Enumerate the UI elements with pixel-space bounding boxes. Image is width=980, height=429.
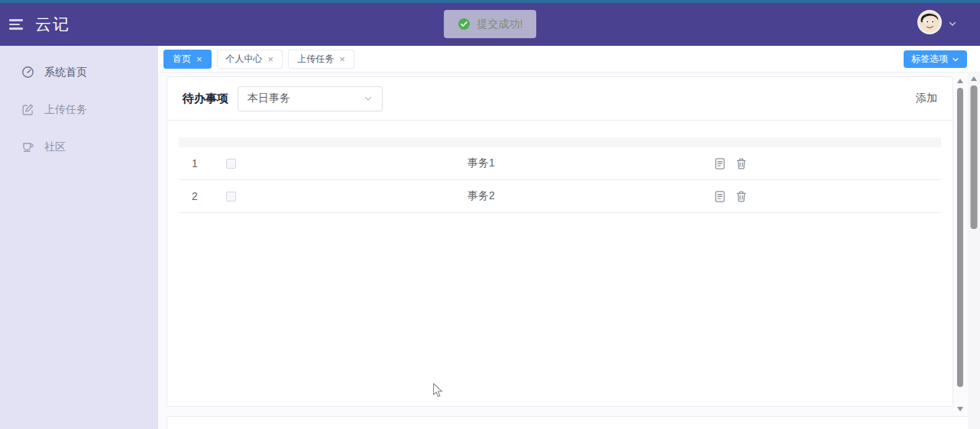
- app-title: 云记: [35, 14, 70, 35]
- select-value: 本日事务: [247, 92, 290, 105]
- avatar[interactable]: [917, 10, 942, 34]
- row-task-name: 事务1: [251, 156, 712, 170]
- main-area: 首页 × 个人中心 × 上传任务 × 标签选项 待办事项 本日事务: [158, 46, 980, 429]
- tab-label: 上传任务: [297, 53, 334, 66]
- sidebar-item-community[interactable]: 社区: [0, 128, 158, 166]
- menu-toggle-icon[interactable]: [9, 19, 23, 30]
- todo-title: 待办事项: [183, 92, 228, 106]
- todo-table: 1 事务1 2: [179, 137, 941, 213]
- chevron-down-icon: [364, 94, 373, 103]
- sidebar-item-label: 系统首页: [44, 66, 87, 79]
- tag-options-button[interactable]: 标签选项: [904, 50, 967, 68]
- sidebar: 系统首页 上传任务 社区: [0, 46, 158, 429]
- sidebar-item-label: 上传任务: [44, 103, 87, 117]
- app-window: 云记 提交成功! 系统首页 上传任务: [0, 0, 980, 429]
- tab-close-icon[interactable]: ×: [268, 54, 274, 64]
- inner-scrollbar[interactable]: [955, 76, 965, 414]
- tab-close-icon[interactable]: ×: [339, 54, 345, 64]
- row-checkbox[interactable]: [226, 159, 236, 169]
- delete-trash-icon[interactable]: [735, 157, 748, 170]
- success-toast: 提交成功!: [444, 10, 537, 38]
- row-task-name: 事务2: [251, 189, 712, 203]
- sidebar-item-home[interactable]: 系统首页: [0, 53, 158, 91]
- add-todo-button[interactable]: 添加: [916, 92, 937, 105]
- todo-card: 待办事项 本日事务 添加 1 事务1: [167, 76, 953, 407]
- sidebar-item-upload-task[interactable]: 上传任务: [0, 91, 158, 128]
- tab-home[interactable]: 首页 ×: [163, 50, 212, 69]
- row-index: 2: [179, 190, 211, 202]
- next-section-card: [167, 416, 980, 429]
- dashboard-icon: [21, 66, 34, 79]
- app-header: 云记 提交成功!: [0, 3, 980, 46]
- toast-message: 提交成功!: [477, 18, 523, 31]
- todo-filter-select[interactable]: 本日事务: [238, 86, 383, 111]
- tab-personal-center[interactable]: 个人中心 ×: [217, 50, 283, 69]
- tab-upload-task[interactable]: 上传任务 ×: [288, 50, 354, 69]
- tab-close-icon[interactable]: ×: [196, 54, 202, 64]
- tab-label: 个人中心: [226, 53, 263, 66]
- scroll-up-arrow-icon[interactable]: [957, 79, 963, 83]
- cup-icon: [21, 140, 34, 153]
- detail-document-icon[interactable]: [713, 190, 726, 203]
- table-row: 2 事务2: [179, 180, 941, 213]
- outer-scrollbar[interactable]: [968, 73, 980, 429]
- outer-scrollbar-thumb[interactable]: [971, 85, 978, 229]
- row-checkbox[interactable]: [226, 192, 236, 202]
- content-region: 待办事项 本日事务 添加 1 事务1: [158, 73, 980, 429]
- delete-trash-icon[interactable]: [735, 190, 748, 203]
- inner-scrollbar-thumb[interactable]: [957, 88, 963, 387]
- scroll-down-arrow-icon[interactable]: [957, 407, 963, 411]
- tab-bar: 首页 × 个人中心 × 上传任务 × 标签选项: [158, 46, 980, 73]
- sidebar-item-label: 社区: [44, 140, 66, 154]
- detail-document-icon[interactable]: [713, 157, 726, 170]
- edit-square-icon: [21, 103, 34, 116]
- todo-card-header: 待办事项 本日事务 添加: [167, 77, 953, 121]
- table-header: [179, 137, 941, 147]
- tag-options-label: 标签选项: [911, 53, 948, 66]
- row-index: 1: [179, 157, 211, 169]
- user-menu[interactable]: [917, 10, 957, 34]
- chevron-down-icon[interactable]: [948, 18, 957, 27]
- table-row: 1 事务1: [179, 147, 941, 180]
- scroll-up-arrow-icon[interactable]: [971, 76, 977, 81]
- chevron-down-icon: [952, 56, 959, 63]
- tab-label: 首页: [173, 53, 191, 66]
- success-check-icon: [458, 18, 471, 31]
